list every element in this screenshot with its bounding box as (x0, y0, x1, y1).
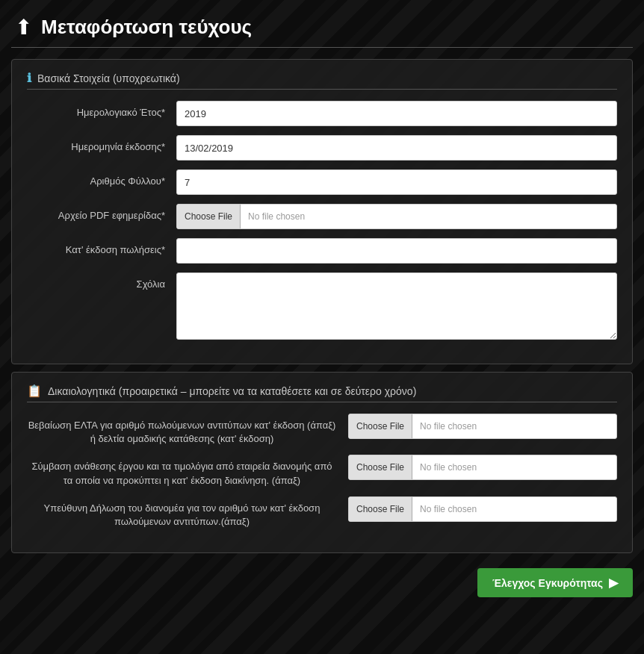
submit-area: Έλεγχος Εγκυρότητας ▶ (11, 561, 633, 601)
doc2-no-file-text: No file chosen (412, 462, 484, 473)
pdf-choose-file-button[interactable]: Choose File (177, 205, 241, 228)
pdf-file-input-wrapper: Choose File No file chosen (176, 204, 617, 229)
comments-textarea[interactable] (176, 272, 617, 340)
sales-input[interactable] (176, 238, 617, 264)
submit-button[interactable]: Έλεγχος Εγκυρότητας ▶ (477, 568, 633, 597)
date-input[interactable] (176, 135, 617, 161)
date-label: Ημερομηνία έκδοσης* (27, 135, 176, 154)
doc1-file-input-wrapper: Choose File No file chosen (348, 414, 617, 439)
page-title: Μεταφόρτωση τεύχους (41, 16, 252, 39)
docs-header: 📋 Δικαιολογητικά (προαιρετικά – μπορείτε… (27, 384, 617, 402)
comments-row: Σχόλια (27, 272, 617, 340)
doc3-no-file-text: No file chosen (412, 504, 484, 514)
doc2-row: Σύμβαση ανάθεσης έργου και τα τιμολόγια … (27, 455, 617, 487)
comments-label: Σχόλια (27, 272, 176, 291)
sales-row: Κατ' έκδοση πωλήσεις* (27, 238, 617, 264)
date-row: Ημερομηνία έκδοσης* (27, 135, 617, 161)
docs-title: Δικαιολογητικά (προαιρετικά – μπορείτε ν… (48, 385, 416, 397)
pdf-no-file-text: No file chosen (241, 211, 312, 222)
doc1-choose-file-button[interactable]: Choose File (349, 414, 412, 438)
docs-icon: 📋 (27, 384, 42, 398)
upload-icon: ⬆ (15, 15, 32, 40)
page-header: ⬆ Μεταφόρτωση τεύχους (11, 7, 633, 48)
info-icon: ℹ (27, 71, 31, 85)
doc1-no-file-text: No file chosen (412, 421, 484, 432)
issue-number-label: Αριθμός Φύλλου* (27, 169, 176, 188)
year-label: Ημερολογιακό Έτος* (27, 101, 176, 119)
basic-info-title: Βασικά Στοιχεία (υποχρεωτικά) (37, 72, 180, 84)
doc2-file-input-wrapper: Choose File No file chosen (348, 455, 617, 480)
pdf-file-label: Αρχείο PDF εφημερίδας* (27, 204, 176, 222)
docs-card: 📋 Δικαιολογητικά (προαιρετικά – μπορείτε… (11, 372, 633, 553)
doc3-label: Υπεύθυνη Δήλωση του διανομέα για τον αρι… (27, 496, 348, 529)
basic-info-header: ℹ Βασικά Στοιχεία (υποχρεωτικά) (27, 71, 617, 90)
doc3-file-input-wrapper: Choose File No file chosen (348, 496, 617, 522)
sales-label: Κατ' έκδοση πωλήσεις* (27, 238, 176, 257)
doc3-choose-file-button[interactable]: Choose File (349, 497, 412, 521)
submit-label: Έλεγχος Εγκυρότητας (492, 577, 603, 589)
doc1-row: Βεβαίωση ΕΛΤΑ για αριθμό πωλούμενων αντι… (27, 414, 617, 446)
arrow-icon: ▶ (609, 576, 618, 590)
basic-info-card: ℹ Βασικά Στοιχεία (υποχρεωτικά) Ημερολογ… (11, 59, 633, 364)
year-input[interactable] (176, 101, 617, 126)
doc2-choose-file-button[interactable]: Choose File (349, 455, 412, 479)
issue-number-row: Αριθμός Φύλλου* (27, 169, 617, 195)
issue-number-input[interactable] (176, 169, 617, 195)
doc1-label: Βεβαίωση ΕΛΤΑ για αριθμό πωλούμενων αντι… (27, 414, 348, 446)
doc2-label: Σύμβαση ανάθεσης έργου και τα τιμολόγια … (27, 455, 348, 487)
doc3-row: Υπεύθυνη Δήλωση του διανομέα για τον αρι… (27, 496, 617, 529)
pdf-file-row: Αρχείο PDF εφημερίδας* Choose File No fi… (27, 204, 617, 229)
year-row: Ημερολογιακό Έτος* (27, 101, 617, 126)
